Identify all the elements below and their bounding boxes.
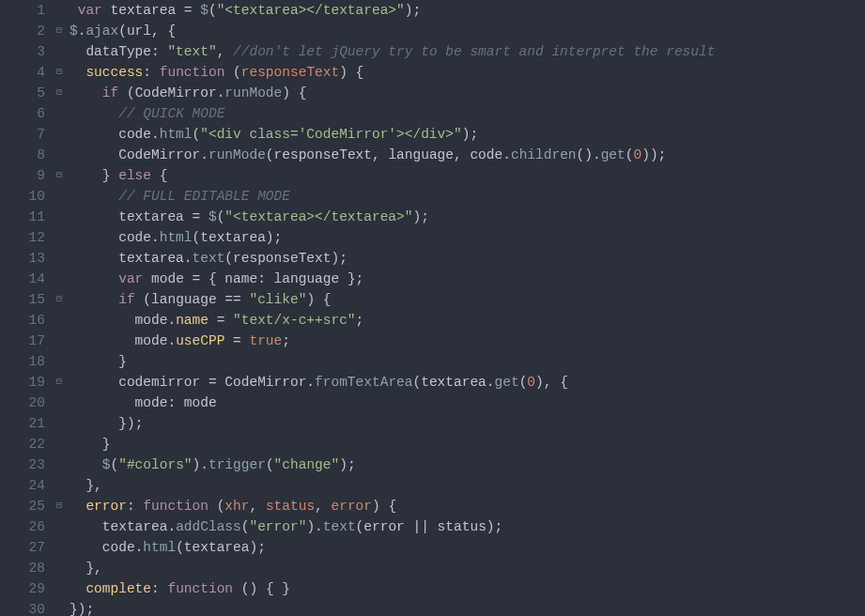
code-line[interactable]: }, bbox=[70, 475, 865, 496]
token-var: language bbox=[380, 147, 454, 162]
fold-toggle-icon[interactable]: ⊟ bbox=[53, 289, 66, 310]
token-punc: . bbox=[184, 251, 193, 266]
token-param: status bbox=[266, 499, 315, 514]
token-punc bbox=[70, 478, 85, 493]
code-line[interactable]: var textarea = $("<textarea></textarea>"… bbox=[70, 0, 865, 21]
token-punc: . bbox=[502, 147, 511, 162]
fold-gutter[interactable]: ⊟⊟⊟⊟⊟⊟⊟ bbox=[53, 0, 66, 616]
fold-spacer bbox=[53, 124, 66, 145]
token-punc: ( bbox=[412, 375, 421, 390]
code-line[interactable]: complete: function () { } bbox=[70, 578, 865, 599]
token-fn: children bbox=[511, 147, 577, 162]
code-line[interactable]: if (language == "clike") { bbox=[70, 289, 865, 310]
code-line[interactable]: dataType: "text", //don't let jQuery try… bbox=[70, 41, 865, 62]
token-str: "<textarea></textarea>" bbox=[224, 209, 412, 224]
code-line[interactable]: code.html(textarea); bbox=[70, 537, 865, 558]
code-line[interactable]: mode.name = "text/x-c++src"; bbox=[70, 310, 865, 331]
line-number: 8 bbox=[0, 145, 45, 165]
token-punc: ) bbox=[339, 457, 348, 472]
token-kw: var bbox=[78, 3, 102, 18]
code-line[interactable]: if (CodeMirror.runMode) { bbox=[70, 83, 865, 103]
fold-toggle-icon[interactable]: ⊟ bbox=[53, 496, 66, 516]
token-kw: function bbox=[143, 499, 209, 514]
token-punc: ( bbox=[193, 230, 201, 245]
fold-toggle-icon[interactable]: ⊟ bbox=[53, 62, 66, 83]
code-line[interactable]: } else { bbox=[70, 165, 865, 186]
token-prop: useCPP bbox=[176, 333, 224, 348]
token-dollar: $ bbox=[102, 457, 111, 472]
code-area[interactable]: var textarea = $("<textarea></textarea>"… bbox=[66, 0, 865, 616]
code-line[interactable]: // QUICK MODE bbox=[70, 103, 865, 124]
code-line[interactable]: }); bbox=[70, 413, 865, 434]
fold-spacer bbox=[53, 454, 66, 475]
code-line[interactable]: CodeMirror.runMode(responseText, languag… bbox=[70, 145, 865, 165]
token-punc: ) bbox=[535, 375, 544, 390]
token-punc: : bbox=[127, 499, 135, 514]
token-punc: ) bbox=[249, 540, 257, 555]
token-punc bbox=[151, 65, 160, 80]
token-punc bbox=[70, 499, 85, 514]
fold-spacer bbox=[53, 41, 66, 62]
token-dollar: $ bbox=[200, 3, 209, 18]
code-line[interactable]: codemirror = CodeMirror.fromTextArea(tex… bbox=[70, 372, 865, 393]
token-punc: ( bbox=[127, 85, 135, 100]
fold-toggle-icon[interactable]: ⊟ bbox=[53, 83, 66, 103]
token-var: textarea bbox=[70, 519, 167, 534]
token-kw: if bbox=[118, 292, 134, 307]
token-punc bbox=[70, 292, 118, 307]
line-number: 20 bbox=[0, 393, 45, 413]
code-line[interactable]: textarea.text(responseText); bbox=[70, 248, 865, 269]
code-line[interactable]: }); bbox=[70, 599, 865, 616]
token-op: = bbox=[233, 333, 241, 348]
token-punc: : bbox=[167, 395, 176, 410]
token-punc: : bbox=[143, 65, 151, 80]
token-fn: get bbox=[601, 147, 626, 162]
token-punc: , bbox=[94, 561, 102, 576]
token-var: status bbox=[429, 519, 487, 534]
token-kw: else bbox=[118, 168, 151, 183]
code-line[interactable]: textarea = $("<textarea></textarea>"); bbox=[70, 207, 865, 227]
token-var: error bbox=[363, 519, 412, 534]
token-punc bbox=[274, 581, 283, 596]
token-punc bbox=[70, 457, 102, 472]
code-line[interactable]: $("#colors").trigger("change"); bbox=[70, 454, 865, 475]
token-str: "change" bbox=[274, 457, 340, 472]
token-var: mode bbox=[70, 333, 167, 348]
code-line[interactable]: // FULL EDITABLE MODE bbox=[70, 186, 865, 207]
token-punc: { bbox=[160, 168, 168, 183]
line-number: 7 bbox=[0, 124, 45, 145]
code-editor[interactable]: 1234567891011121314151617181920212223242… bbox=[0, 0, 865, 616]
code-line[interactable]: } bbox=[70, 434, 865, 454]
code-line[interactable]: textarea.addClass("error").text(error ||… bbox=[70, 516, 865, 537]
line-number: 29 bbox=[0, 578, 45, 599]
fold-toggle-icon[interactable]: ⊟ bbox=[53, 372, 66, 393]
token-punc bbox=[224, 65, 233, 80]
token-punc bbox=[348, 65, 356, 80]
token-fn: fromTextArea bbox=[315, 375, 412, 390]
token-fn: ajax bbox=[85, 23, 118, 38]
token-punc: . bbox=[167, 313, 176, 328]
token-punc bbox=[209, 313, 217, 328]
token-param: error bbox=[332, 499, 373, 514]
token-dollar: $ bbox=[209, 209, 217, 224]
token-param: xhr bbox=[224, 499, 249, 514]
token-var: textarea bbox=[70, 209, 193, 224]
code-line[interactable]: } bbox=[70, 351, 865, 372]
code-line[interactable]: code.html(textarea); bbox=[70, 227, 865, 248]
fold-toggle-icon[interactable]: ⊟ bbox=[53, 21, 66, 41]
fold-toggle-icon[interactable]: ⊟ bbox=[53, 165, 66, 186]
token-str: "<textarea></textarea>" bbox=[217, 3, 405, 18]
token-punc: ; bbox=[257, 540, 266, 555]
code-line[interactable]: mode.useCPP = true; bbox=[70, 331, 865, 351]
code-line[interactable]: var mode = { name: language }; bbox=[70, 269, 865, 289]
code-line[interactable]: error: function (xhr, status, error) { bbox=[70, 496, 865, 516]
code-line[interactable]: code.html("<div class='CodeMirror'></div… bbox=[70, 124, 865, 145]
fold-spacer bbox=[53, 475, 66, 496]
code-line[interactable]: mode: mode bbox=[70, 393, 865, 413]
code-line[interactable]: }, bbox=[70, 558, 865, 578]
token-var: language bbox=[266, 271, 348, 286]
fold-spacer bbox=[53, 351, 66, 372]
code-line[interactable]: success: function (responseText) { bbox=[70, 62, 865, 83]
token-var: code bbox=[462, 147, 503, 162]
code-line[interactable]: $.ajax(url, { bbox=[70, 21, 865, 41]
